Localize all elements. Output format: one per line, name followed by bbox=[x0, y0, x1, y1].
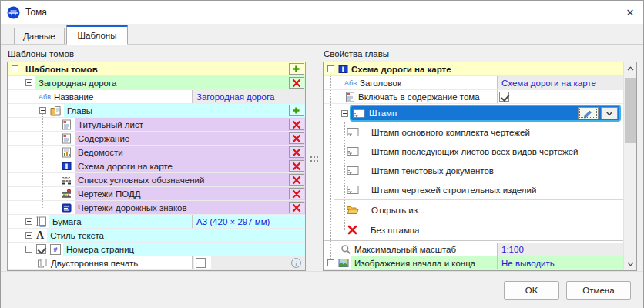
max-scale-value-field[interactable]: 1:100 bbox=[497, 243, 623, 256]
expand-expander[interactable] bbox=[25, 218, 32, 225]
include-in-toc-row[interactable]: Включать в содержание тома bbox=[324, 90, 623, 104]
delete-template-button[interactable] bbox=[289, 77, 304, 89]
collapse-expander[interactable] bbox=[25, 79, 32, 86]
stamp-option[interactable]: Штамп последующих листов всех видов черт… bbox=[324, 142, 623, 161]
dialog-window: Тома ✕ Данные Шаблоны Шаблоны томов Шабл… bbox=[0, 0, 644, 308]
chapter-row[interactable]: Схема дороги на карте bbox=[8, 159, 305, 173]
app-road-icon bbox=[7, 6, 20, 19]
tab-data[interactable]: Данные bbox=[14, 28, 65, 44]
scroll-up-button[interactable] bbox=[624, 62, 636, 75]
stamp-options-list: Штамп основного комплекта чертежей Штамп… bbox=[324, 122, 623, 241]
pencil-icon bbox=[583, 109, 594, 119]
plus-icon bbox=[292, 106, 300, 115]
stamp-option[interactable]: Штамп чертежей строительных изделий bbox=[324, 180, 623, 199]
collapse-expander[interactable] bbox=[327, 65, 334, 72]
text-style-row[interactable]: A Стиль текста bbox=[8, 229, 305, 243]
delete-chapter-button[interactable] bbox=[289, 146, 304, 158]
page-numbers-checkbox[interactable] bbox=[36, 244, 46, 254]
expand-expander[interactable] bbox=[25, 246, 32, 253]
add-chapter-button[interactable] bbox=[289, 105, 304, 116]
delete-x-icon bbox=[292, 176, 301, 185]
include-checkbox[interactable] bbox=[499, 92, 509, 102]
page-numbers-row[interactable]: # Номера страниц bbox=[8, 243, 305, 256]
chapter-row[interactable]: Титульный лист bbox=[8, 118, 305, 132]
chapter-properties-tree: Схема дороги на карте Абв Заголовок Схем… bbox=[323, 62, 637, 271]
edit-stamp-button[interactable] bbox=[578, 107, 599, 119]
duplex-label: Двусторонняя печать bbox=[51, 259, 138, 268]
chapter-row[interactable]: Содержание bbox=[8, 132, 305, 146]
include-label: Включать в содержание тома bbox=[358, 92, 480, 102]
stamp-icon bbox=[347, 166, 359, 176]
scroll-thumb[interactable] bbox=[625, 78, 636, 143]
chapter-row[interactable]: Список условных обозначений bbox=[8, 173, 305, 187]
cancel-button[interactable]: Отмена bbox=[566, 281, 631, 300]
collapse-expander[interactable] bbox=[12, 65, 18, 72]
collapse-expander[interactable] bbox=[341, 110, 348, 117]
chapters-group-row[interactable]: Главы bbox=[8, 104, 305, 118]
no-stamp-x-icon bbox=[347, 224, 358, 236]
collapse-expander[interactable] bbox=[39, 107, 46, 114]
paper-value-field[interactable]: А3 (420 × 297 мм) bbox=[192, 215, 305, 228]
chevron-down-icon bbox=[627, 262, 634, 266]
tab-templates[interactable]: Шаблоны bbox=[66, 25, 129, 45]
duplex-row[interactable]: Двусторонняя печать i bbox=[8, 256, 305, 270]
delete-chapter-button[interactable] bbox=[289, 132, 304, 144]
scroll-down-button[interactable] bbox=[624, 258, 636, 270]
plus-icon bbox=[292, 65, 300, 73]
delete-chapter-button[interactable] bbox=[289, 174, 304, 186]
tree-root-row[interactable]: Шаблоны томов bbox=[8, 62, 305, 76]
add-template-button[interactable] bbox=[289, 63, 304, 75]
delete-x-icon bbox=[292, 203, 301, 213]
delete-x-icon bbox=[292, 134, 301, 143]
toc-sheet-icon bbox=[62, 133, 72, 144]
title-bar: Тома ✕ bbox=[1, 1, 643, 24]
chevron-down-icon bbox=[605, 109, 614, 118]
duplex-checkbox[interactable] bbox=[196, 258, 206, 268]
open-folder-icon bbox=[347, 205, 359, 215]
scrollbar[interactable] bbox=[623, 62, 636, 270]
heading-property-row[interactable]: Абв Заголовок Схема дороги на карте bbox=[324, 76, 623, 90]
stamp-option[interactable]: Штамп основного комплекта чертежей bbox=[324, 122, 623, 142]
heading-value-field[interactable]: Схема дороги на карте bbox=[497, 76, 623, 89]
no-stamp-option[interactable]: Без штампа bbox=[324, 219, 623, 240]
name-property-row[interactable]: Абв Название Загородная дорога bbox=[8, 90, 305, 104]
expand-expander[interactable] bbox=[25, 232, 32, 239]
delete-chapter-button[interactable] bbox=[289, 160, 304, 172]
images-value-field[interactable]: Не выводить bbox=[497, 256, 623, 270]
delete-chapter-button[interactable] bbox=[289, 202, 304, 213]
delete-chapter-button[interactable] bbox=[289, 188, 304, 199]
open-from-option[interactable]: Открыть из... bbox=[324, 200, 623, 219]
info-icon[interactable]: i bbox=[291, 258, 301, 268]
stamp-row-selected[interactable]: Штамп bbox=[324, 104, 623, 122]
text-abc-icon: Абв bbox=[344, 79, 357, 87]
stamp-icon bbox=[347, 185, 359, 195]
start-end-images-row[interactable]: Изображения начала и конца Не выводить bbox=[324, 256, 623, 270]
template-row[interactable]: Загородная дорога bbox=[8, 76, 305, 90]
delete-chapter-button[interactable] bbox=[289, 119, 304, 130]
max-scale-label: Максимальный масштаб bbox=[354, 245, 456, 254]
delete-x-icon bbox=[292, 148, 301, 157]
magnifier-icon bbox=[340, 244, 351, 255]
road-map-icon bbox=[338, 64, 348, 75]
images-icon bbox=[338, 258, 349, 268]
stamp-icon bbox=[347, 146, 359, 156]
delete-x-icon bbox=[292, 79, 301, 88]
stamp-icon bbox=[347, 127, 359, 137]
name-label: Название bbox=[54, 92, 93, 102]
collapse-expander[interactable] bbox=[327, 259, 334, 266]
chapter-header-row[interactable]: Схема дороги на карте bbox=[324, 62, 623, 76]
stamp-selection[interactable]: Штамп bbox=[350, 105, 621, 122]
chapter-row[interactable]: Чертежи дорожных знаков bbox=[8, 201, 305, 215]
chapter-row[interactable]: Чертежи ПОДД bbox=[8, 187, 305, 201]
chapter-row[interactable]: Ведомости bbox=[8, 146, 305, 159]
stamp-dropdown-button[interactable] bbox=[601, 107, 618, 119]
paper-row[interactable]: Бумага А3 (420 × 297 мм) bbox=[8, 215, 305, 229]
right-panel-label: Свойства главы bbox=[323, 48, 637, 62]
name-value-field[interactable]: Загородная дорога bbox=[192, 90, 305, 103]
volume-templates-tree: Шаблоны томов Загородная дорога Абв Назв… bbox=[7, 62, 306, 271]
close-icon[interactable]: ✕ bbox=[617, 1, 643, 24]
max-scale-row[interactable]: Максимальный масштаб 1:100 bbox=[324, 243, 623, 256]
panel-splitter[interactable] bbox=[306, 48, 323, 271]
ok-button[interactable]: OK bbox=[504, 281, 559, 300]
stamp-option[interactable]: Штамп текстовых документов bbox=[324, 161, 623, 180]
